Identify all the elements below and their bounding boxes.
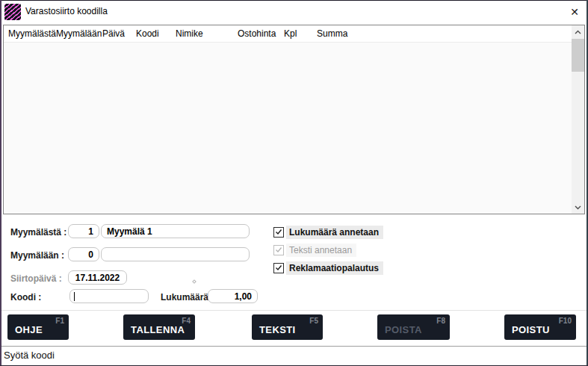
checkbox-label: Teksti annetaan: [286, 244, 356, 257]
tallenna-button[interactable]: TALLENNA F4: [123, 314, 195, 340]
checkbox-reklamaatiopalautus[interactable]: Reklamaatiopalautus: [273, 261, 383, 274]
from-store-name-field[interactable]: [101, 224, 250, 238]
transfer-date-field[interactable]: [68, 270, 127, 285]
column-header-myymalasta: Myymälästä: [8, 28, 56, 39]
column-header-ostohinta: Ostohinta: [238, 28, 276, 39]
quantity-label: Lukumäärä :: [161, 292, 214, 303]
to-store-number-field[interactable]: [68, 247, 99, 261]
table-header-row: Myymälästä Myymälään Päivä Koodi Nimike …: [4, 25, 572, 43]
poistu-button[interactable]: POISTU F10: [504, 314, 576, 340]
title-bar: Varastosiirto koodilla ✕: [0, 0, 588, 23]
diamond-icon: [192, 279, 196, 284]
checked-disabled-checkbox-icon: [273, 245, 284, 255]
checked-checkbox-icon[interactable]: [273, 263, 284, 273]
to-store-label: Myymälään :: [10, 250, 64, 261]
teksti-button[interactable]: TEKSTI F5: [252, 314, 323, 340]
fkey-label: F4: [182, 317, 191, 325]
transfer-date-label: Siirtopäivä :: [10, 273, 62, 284]
varastosiirto-window: Varastosiirto koodilla ✕ Myymälästä Myym…: [0, 0, 588, 366]
from-store-label: Myymälästä :: [10, 227, 66, 238]
checked-checkbox-icon[interactable]: [273, 227, 284, 238]
to-store-name-field[interactable]: [101, 247, 250, 261]
scroll-up-icon[interactable]: [572, 25, 584, 38]
column-header-nimike: Nimike: [176, 28, 203, 39]
from-store-number-field[interactable]: [68, 224, 99, 238]
column-header-kpl: Kpl: [284, 28, 297, 39]
fkey-label: F1: [55, 317, 64, 325]
app-logo-icon: [4, 4, 21, 20]
checkbox-teksti-annetaan: Teksti annetaan: [273, 244, 356, 256]
table-body-empty[interactable]: [4, 43, 572, 214]
fkey-label: F5: [309, 317, 318, 325]
column-header-myymalaan: Myymälään: [56, 28, 102, 39]
checkbox-lukumaara-annetaan[interactable]: Lukumäärä annetaan: [273, 226, 383, 238]
fkey-label: F10: [559, 317, 572, 325]
window-border: [0, 0, 588, 1]
divider: [0, 310, 588, 311]
window-title: Varastosiirto koodilla: [25, 0, 108, 23]
code-field[interactable]: [69, 289, 149, 303]
quantity-field[interactable]: [208, 289, 258, 303]
column-header-koodi: Koodi: [136, 28, 159, 39]
transfer-lines-table: Myymälästä Myymälään Päivä Koodi Nimike …: [3, 25, 585, 214]
fkey-label: F8: [436, 317, 445, 325]
status-text: Syötä koodi: [4, 350, 55, 361]
scrollbar-thumb[interactable]: [572, 39, 584, 72]
close-icon[interactable]: ✕: [566, 3, 584, 21]
ohje-button[interactable]: OHJE F1: [7, 314, 69, 340]
poista-button: POISTA F8: [377, 314, 450, 340]
status-bar: Syötä koodi: [0, 347, 588, 365]
button-label: POISTA: [385, 324, 422, 335]
button-label: TEKSTI: [259, 324, 296, 335]
checkbox-label: Lukumäärä annetaan: [286, 226, 383, 239]
text-cursor: [74, 292, 75, 301]
column-header-summa: Summa: [317, 28, 347, 39]
checkbox-label: Reklamaatiopalautus: [286, 261, 383, 275]
scroll-down-icon[interactable]: [572, 201, 584, 214]
button-label: OHJE: [15, 324, 43, 335]
vertical-scrollbar[interactable]: [572, 25, 584, 214]
button-label: TALLENNA: [131, 324, 185, 335]
column-header-paiva: Päivä: [102, 28, 125, 39]
button-label: POISTU: [512, 324, 550, 335]
code-label: Koodi :: [10, 292, 41, 303]
window-border: [0, 0, 1, 366]
